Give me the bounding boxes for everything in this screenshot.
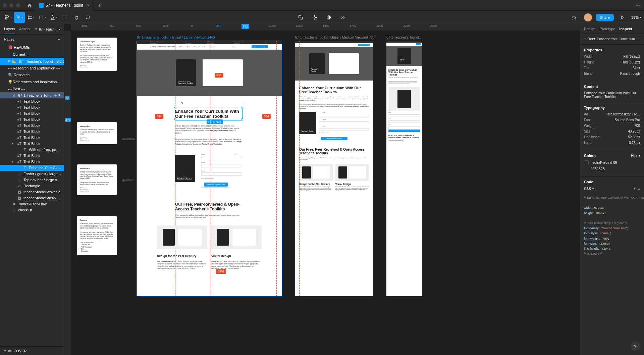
layer-item[interactable]: ▾≡TText Block [0, 159, 64, 165]
text-type-icon: T [584, 37, 586, 41]
layer-item[interactable]: 🖼teacher-toolkit-cover 2 [0, 189, 64, 195]
artboard-small[interactable]: 67-1-Teacher's Toolkit... ☰Join us Teach… [386, 41, 422, 296]
headphones-icon[interactable] [569, 12, 579, 23]
layer-item[interactable]: 🖼teacher-toolkit-hero-1440×4... [0, 195, 64, 201]
page-item[interactable]: 📕 README [0, 44, 64, 51]
code-list-icon[interactable]: ≡ [638, 187, 640, 191]
note-business-logic[interactable]: Business Logic Teacher's Toolkit are fre… [77, 38, 117, 71]
layer-item[interactable]: ◇Footer / guest / large viewport [0, 171, 64, 177]
layers-list: #67-1-Teacher's Toolkit / ...⊙👁≡TText Bl… [0, 92, 64, 346]
selection-size-badge: Fill × Hug [207, 119, 223, 124]
figma-file-icon [39, 3, 44, 8]
artboard-medium-768[interactable]: 67-1-Teacher's Toolkit / Guest / Medium … [295, 41, 373, 296]
comment-tool[interactable] [83, 12, 93, 23]
present-button[interactable] [618, 13, 627, 22]
page-item[interactable]: ▾📐 67 - Teacher's Toolkit—v.0.0.1 [0, 58, 64, 65]
text-tool[interactable] [60, 12, 70, 23]
note-interaction-2[interactable]: Interaction Clicking "download my free t… [77, 164, 117, 195]
toolbar-center [295, 12, 349, 23]
layer-item[interactable]: ▭Rectangle [0, 183, 64, 189]
main-menu[interactable]: ▾ [3, 12, 13, 23]
canvas[interactable]: Business Logic Teacher's Toolkit are fre… [71, 31, 580, 355]
close-tab-icon[interactable]: × [87, 3, 90, 8]
page-selector[interactable]: 67 - Teach... ▾ [34, 27, 60, 34]
page-item[interactable]: --- Past --- [0, 86, 64, 92]
layer-item[interactable]: ◇Top nav bar / large viewport / ... [0, 177, 64, 183]
overflow-menu[interactable]: ⋯ [635, 2, 641, 8]
bottom-layer-row[interactable]: ≡ ▭ COVER [0, 346, 64, 355]
toolbar: ▾ ▾ ▾ ▾ ▾ Share 39%▾ [0, 11, 644, 24]
artboard-label[interactable]: 67-1-Teacher's Toolkit... [386, 36, 422, 39]
add-page-button[interactable]: + [58, 37, 60, 41]
layer-item[interactable]: ≡TText Block [0, 135, 64, 141]
layer-item[interactable]: ≡TText Block [0, 116, 64, 122]
minimize-window[interactable] [9, 3, 13, 7]
spacing-badge: 3301 [216, 269, 226, 274]
artboard-label[interactable]: 67-1-Teacher's Toolkit / Guest / Large V… [137, 36, 215, 39]
layer-item[interactable]: #67-1-Teacher's Toolkit / ...⊙👁 [0, 92, 64, 98]
pen-tool[interactable]: ▾ [48, 12, 59, 23]
page-item[interactable]: --- Research and Exploration --- [0, 65, 64, 71]
new-tab-button[interactable]: + [94, 2, 105, 8]
assets-tab[interactable]: Assets [19, 27, 30, 34]
page-item[interactable]: 🔍 Research [0, 71, 64, 79]
prototype-tab[interactable]: Prototype [599, 27, 615, 34]
code-view-icon[interactable]: ⟨⟩ [634, 187, 637, 191]
user-avatar[interactable] [584, 13, 592, 21]
artboard-large-1440[interactable]: 67-1-Teacher's Toolkit / Guest / Large V… [137, 41, 282, 296]
toolbar-right: Share 39%▾ [569, 12, 641, 23]
layer-item[interactable]: ≡TText Block [0, 122, 64, 129]
artboard-label[interactable]: 67-1-Teacher's Toolkit / Guest / Medium … [295, 36, 375, 39]
spacing-badge: 635 [215, 73, 223, 78]
layer-item[interactable]: #Toolkit-User-Flow [0, 201, 64, 207]
home-button[interactable] [24, 0, 35, 11]
close-window[interactable] [3, 3, 7, 7]
design-tab[interactable]: Design [584, 27, 595, 34]
move-tool[interactable]: ▾ [14, 12, 25, 23]
ruler-vertical: 64 170 [64, 31, 71, 355]
layer-item[interactable]: ▾≡TText Block [0, 141, 64, 147]
note-interaction-1[interactable]: Interaction Guest (non-member) may downl… [77, 122, 117, 144]
layer-item[interactable]: ≡TText Block [0, 98, 64, 104]
selected-text-layer[interactable]: Enhance Your Curriculum With Our Free Te… [175, 107, 242, 120]
properties-section: Properties WidthFill (672px)HeightHug (1… [580, 45, 644, 81]
svg-rect-1 [299, 15, 301, 18]
frame-tool[interactable]: ▾ [25, 12, 36, 23]
mask-icon[interactable] [295, 12, 306, 23]
colors-section: Colors Hex▾ neutral/neutral-06 #2B2B2B [580, 150, 644, 176]
right-panel: Design Prototype Inspect T Text Enhance … [580, 24, 644, 355]
layer-item[interactable]: TWith our free, peer-revie... [0, 147, 64, 153]
note-general[interactable]: General As an admin, I'd like the abilit… [77, 216, 117, 255]
shape-tool[interactable]: ▾ [37, 12, 48, 23]
zoom-control[interactable]: 39%▾ [631, 15, 641, 19]
layer-item[interactable]: TEnhance Your Curriculum... [0, 165, 64, 171]
layer-item[interactable]: ≡TText Block [0, 129, 64, 135]
hand-tool[interactable] [71, 12, 82, 23]
page-item[interactable]: --- Current --- [0, 51, 64, 58]
ruler-horizontal: -1000-750-500-25002505001000125015001750… [71, 24, 580, 31]
layer-item[interactable]: ≡TText Block [0, 153, 64, 159]
typography-section: Typography AgTera text/desktop / re...Fo… [580, 102, 644, 150]
color-mode-select[interactable]: Hex▾ [631, 154, 640, 158]
code-output[interactable]: /* Enhance Your Curriculum With Our Free… [580, 192, 644, 259]
cursor-icon [180, 101, 184, 105]
layer-item[interactable]: ◇checklist [0, 207, 64, 213]
spacing-badge: 384 [155, 114, 163, 119]
ruler-marker: 672 [241, 24, 249, 29]
contrast-icon[interactable] [323, 12, 334, 23]
link-icon[interactable] [337, 12, 348, 23]
page-item[interactable]: 💡References and Inspiration [0, 79, 64, 86]
share-button[interactable]: Share [596, 14, 614, 21]
maximize-window[interactable] [16, 3, 20, 7]
layer-item[interactable]: ≡TText Block [0, 104, 64, 110]
code-lang-select[interactable]: CSS▾ [584, 187, 594, 191]
content-section: Content Enhance Your Curriculum With Our… [580, 81, 644, 102]
inspect-tab[interactable]: Inspect [619, 27, 632, 34]
svg-rect-2 [300, 17, 303, 19]
layers-tab[interactable]: Layers [4, 27, 15, 34]
file-tab[interactable]: 67 - Teacher's Toolkit × [35, 0, 94, 11]
component-icon[interactable] [309, 12, 320, 23]
layer-item[interactable]: ≡TText Block [0, 110, 64, 116]
help-button[interactable]: ? [631, 342, 640, 351]
left-panel: Layers Assets 67 - Teach... ▾ Pages + 📕 … [0, 24, 64, 355]
